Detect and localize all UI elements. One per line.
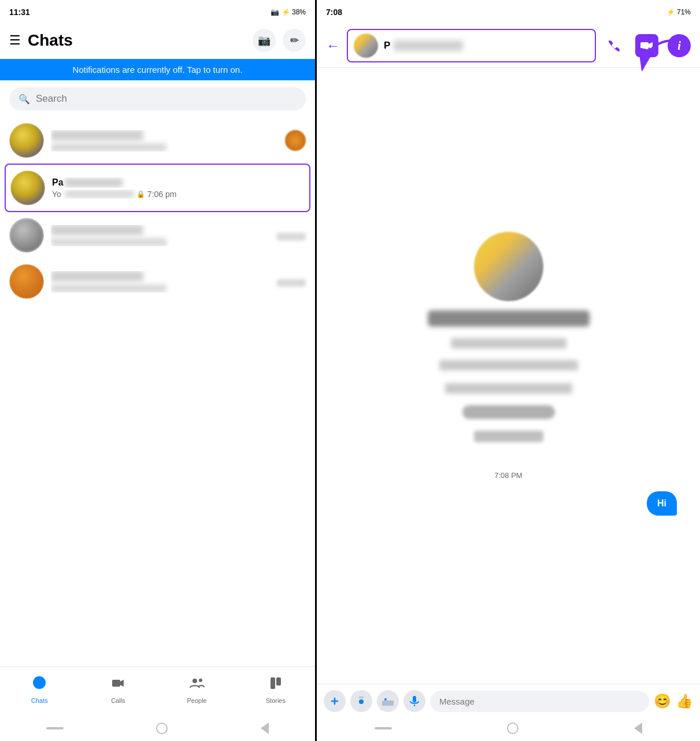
chat-info xyxy=(51,225,270,246)
people-nav-icon xyxy=(189,675,205,695)
messages-area: Hi xyxy=(328,491,688,520)
contact-name-blurred xyxy=(394,40,463,51)
arrow-annotation xyxy=(636,35,683,83)
chat-list: Pa Yo 🔒 7:06 pm xyxy=(0,117,315,392)
avatar xyxy=(9,123,44,158)
profile-detail4-blurred xyxy=(462,405,555,419)
right-panel: 7:08 ⚡ 71% ← P xyxy=(317,0,700,741)
camera-button[interactable]: 📷 xyxy=(253,29,276,52)
chat-info: Pa Yo 🔒 7:06 pm xyxy=(52,177,305,199)
avatar xyxy=(10,171,45,205)
system-nav-right xyxy=(317,718,700,741)
svg-rect-13 xyxy=(382,701,394,706)
chat-preview-blurred xyxy=(51,284,166,292)
notification-bar[interactable]: Notifications are currently off. Tap to … xyxy=(0,59,315,80)
nav-item-calls[interactable]: Calls xyxy=(79,673,157,706)
people-nav-label: People xyxy=(187,697,206,704)
message-bubble: Hi xyxy=(647,491,677,516)
gallery-button[interactable] xyxy=(377,690,399,712)
calls-nav-icon xyxy=(110,675,126,695)
message-input-bar: 😊 👍 xyxy=(317,684,700,718)
chat-item[interactable] xyxy=(5,117,310,164)
chat-time-blurred xyxy=(277,233,306,240)
chats-title: Chats xyxy=(28,31,73,50)
sys-recents-right[interactable] xyxy=(375,727,392,729)
sys-back-right[interactable] xyxy=(634,723,642,734)
chat-info xyxy=(51,271,270,292)
profile-detail1-blurred xyxy=(451,338,566,349)
stories-nav-icon xyxy=(268,675,284,695)
svg-rect-1 xyxy=(112,680,120,687)
chat-name-blurred xyxy=(51,130,143,140)
profile-avatar xyxy=(474,232,543,301)
app-header: ☰ Chats 📷 ✏ xyxy=(0,24,315,59)
nav-item-stories[interactable]: Stories xyxy=(236,673,315,706)
chat-item[interactable] xyxy=(5,258,310,305)
profile-name-blurred xyxy=(428,310,590,327)
phone-call-button[interactable] xyxy=(603,34,626,57)
svg-rect-15 xyxy=(413,696,416,702)
add-button[interactable] xyxy=(324,690,346,712)
profile-detail2-blurred xyxy=(439,360,578,370)
svg-point-14 xyxy=(384,698,387,701)
status-bar-left: 11:31 📷 ⚡ 38% xyxy=(0,0,315,24)
chat-time-blurred xyxy=(277,279,306,287)
camera-input-button[interactable] xyxy=(350,690,372,712)
hamburger-button[interactable]: ☰ xyxy=(9,33,21,48)
emoji-button[interactable]: 😊 xyxy=(654,693,671,709)
system-nav-left xyxy=(0,718,315,741)
sys-home-right[interactable] xyxy=(507,723,518,734)
status-bar-right: 7:08 ⚡ 71% xyxy=(317,0,700,24)
chat-body: 7:08 PM Hi xyxy=(317,68,700,684)
like-button[interactable]: 👍 xyxy=(676,693,693,709)
message-time: 7:08 PM xyxy=(494,471,522,480)
avatar xyxy=(9,264,44,299)
left-panel: 11:31 📷 ⚡ 38% ☰ Chats 📷 ✏ Notifications … xyxy=(0,0,315,741)
status-time-right: 7:08 xyxy=(326,8,342,17)
chat-name-blurred xyxy=(51,271,143,281)
message-input[interactable] xyxy=(430,691,649,712)
chat-preview-blurred xyxy=(51,143,166,151)
search-input[interactable] xyxy=(36,93,297,105)
chat-item-selected[interactable]: Pa Yo 🔒 7:06 pm xyxy=(5,164,310,212)
bottom-nav: Chats Calls People xyxy=(0,666,315,718)
search-container: 🔍 xyxy=(0,80,315,117)
nav-item-people[interactable]: People xyxy=(158,673,236,706)
status-time-left: 11:31 xyxy=(9,8,30,17)
status-icons-left: 📷 ⚡ 38% xyxy=(271,8,306,16)
camera-icon: 📷 xyxy=(258,34,271,47)
compose-button[interactable]: ✏ xyxy=(283,29,306,52)
svg-point-2 xyxy=(192,679,197,683)
compose-icon: ✏ xyxy=(290,34,299,47)
chat-item[interactable] xyxy=(5,212,310,258)
sys-back[interactable] xyxy=(261,723,269,734)
svg-point-3 xyxy=(199,679,202,682)
sys-recents[interactable] xyxy=(46,727,64,729)
svg-point-0 xyxy=(33,676,46,689)
search-bar: 🔍 xyxy=(9,87,306,110)
calls-nav-label: Calls xyxy=(111,697,125,704)
svg-rect-4 xyxy=(271,677,275,689)
profile-detail3-blurred xyxy=(445,383,572,394)
sys-home[interactable] xyxy=(156,723,168,734)
chat-name: Pa xyxy=(52,177,305,188)
status-icons-right: ⚡ 71% xyxy=(666,8,691,16)
chat-preview: Yo 🔒 7:06 pm xyxy=(52,190,305,199)
chat-name-blurred xyxy=(51,225,143,235)
header-left: ☰ Chats xyxy=(9,31,73,50)
chats-nav-label: Chats xyxy=(31,697,48,704)
mic-button[interactable] xyxy=(403,690,425,712)
chat-avatar xyxy=(354,34,378,58)
search-icon: 🔍 xyxy=(18,94,30,105)
svg-point-10 xyxy=(359,699,364,704)
chat-header-info[interactable]: P xyxy=(347,29,596,62)
nav-item-chats[interactable]: Chats xyxy=(0,673,79,706)
avatar xyxy=(9,218,44,253)
chat-preview-blurred xyxy=(51,238,166,246)
back-button[interactable]: ← xyxy=(326,38,340,54)
stories-nav-label: Stories xyxy=(266,697,286,704)
header-right: 📷 ✏ xyxy=(253,29,306,52)
svg-rect-11 xyxy=(359,696,364,698)
svg-rect-5 xyxy=(276,677,281,686)
chat-contact-name: P xyxy=(384,40,463,51)
